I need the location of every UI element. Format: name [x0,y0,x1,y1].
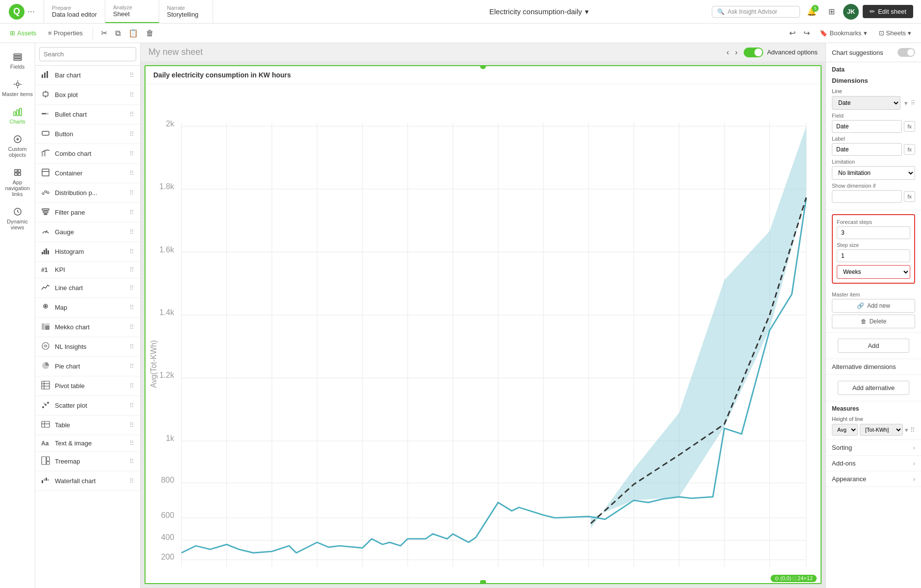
canvas-area: My new sheet ‹ › Advanced options Daily … [141,43,825,588]
advanced-options-toggle[interactable]: Advanced options [744,48,818,57]
sidebar-item-charts[interactable]: Charts [0,102,35,129]
label-fx-button[interactable]: fx [904,144,915,155]
edit-icon: ✏ [870,8,875,15]
chart-item-map[interactable]: Map ⠿ [35,298,140,318]
delete-button[interactable]: 🗑 [144,27,156,40]
chart-item-pie[interactable]: Pie chart ⠿ [35,357,140,376]
chart-item-distribution[interactable]: Distribution p... ⠿ [35,183,140,203]
add-button[interactable]: Add [838,339,909,353]
sidebar-item-appnav[interactable]: App navigation links [0,163,35,202]
show-dim-fx-button[interactable]: fx [904,191,915,202]
chart-suggestions-toggle[interactable] [897,48,915,57]
histogram-icon [41,246,50,257]
chart-item-text[interactable]: Aa Text & image ⠿ [35,435,140,452]
chart-item-box[interactable]: Box plot ⠿ [35,85,140,105]
scatter-plot-drag: ⠿ [129,402,134,409]
field-fx-button[interactable]: fx [904,121,915,132]
dimension-select[interactable]: Date [832,96,900,110]
copy-button[interactable]: ⧉ [113,27,122,40]
chart-item-container[interactable]: Container ⠿ [35,164,140,183]
container-label: Container [55,170,124,177]
appnav-icon [13,168,23,177]
mekko-drag: ⠿ [129,323,134,331]
app-title-center[interactable]: Electricity consumption-daily ▾ [374,7,704,16]
forecast-steps-input[interactable] [837,226,910,239]
sidebar-item-fields[interactable]: Fields [0,47,35,74]
gauge-drag: ⠿ [129,228,134,236]
assets-button[interactable]: ⊞ Assets [6,27,40,39]
advanced-toggle-switch[interactable] [744,48,763,57]
nav-prepare[interactable]: Prepare Data load editor [44,0,105,23]
charts-label: Charts [9,119,25,124]
show-dim-label: Show dimension if [832,183,915,189]
cut-button[interactable]: ✂ [99,26,109,40]
edit-sheet-button[interactable]: ✏ Edit sheet [863,5,913,18]
svg-text:1.6k: 1.6k [159,245,174,254]
svg-rect-27 [44,214,47,215]
notifications-icon[interactable]: 🔔 5 [804,4,820,20]
chart-item-filter[interactable]: Filter pane ⠿ [35,203,140,222]
prev-sheet-button[interactable]: ‹ [727,48,729,57]
chart-item-treemap[interactable]: Treemap ⠿ [35,452,140,471]
svg-rect-54 [44,479,45,481]
chart-item-kpi[interactable]: #1 KPI ⠿ [35,262,140,278]
step-unit-select[interactable]: Weeks Days Months [837,265,910,279]
chart-item-combo[interactable]: Combo chart ⠿ [35,144,140,164]
delete-icon: 🗑 [861,318,867,325]
properties-button[interactable]: ≡ Properties [44,27,87,39]
search-icon: 🔍 [717,8,725,15]
avg-select[interactable]: Avg [832,424,858,436]
nav-analyze[interactable]: Analyze Sheet [105,0,159,23]
grid-icon[interactable]: ⊞ [824,4,839,20]
svg-text:1k: 1k [166,434,174,442]
chart-item-nl[interactable]: NL Insights ⠿ [35,337,140,357]
add-new-button[interactable]: 🔗 Add new [832,299,915,313]
sorting-row[interactable]: Sorting › [826,440,921,456]
dimension-drag-handle: ⠿ [911,99,915,106]
addons-row[interactable]: Add-ons › [826,456,921,471]
chart-item-table[interactable]: Table ⠿ [35,416,140,435]
chart-item-mekko[interactable]: Mekko chart ⠿ [35,318,140,337]
redo-button[interactable]: ↪ [801,26,812,40]
field-input[interactable] [832,120,902,133]
show-dim-input[interactable] [832,190,902,203]
text-image-icon: Aa [41,440,50,447]
sidebar-item-custom[interactable]: Custom objects [0,129,35,163]
add-alternative-button[interactable]: Add alternative [838,381,909,395]
chart-item-line[interactable]: Line chart ⠿ [35,278,140,298]
addons-label: Add-ons [832,460,855,467]
svg-rect-36 [45,325,49,330]
sidebar-item-dynamic[interactable]: Dynamic views [0,202,35,235]
box-plot-icon [41,90,50,100]
chart-item-histogram[interactable]: Histogram ⠿ [35,242,140,262]
chart-item-button[interactable]: Button ⠿ [35,124,140,144]
svg-point-45 [47,402,49,404]
chart-item-waterfall[interactable]: Waterfall chart ⠿ [35,471,140,491]
sheets-button[interactable]: ⊡ Sheets ▾ [875,27,915,39]
chart-item-scatter[interactable]: Scatter plot ⠿ [35,396,140,416]
measure-select[interactable]: [Tot-KWh] [860,424,903,436]
chart-item-bar[interactable]: Bar chart ⠿ [35,66,140,85]
sidebar-item-master[interactable]: Master items [0,74,35,102]
logo-area[interactable]: Q ··· [0,0,44,23]
chart-item-bullet[interactable]: Bullet chart ⠿ [35,105,140,124]
appearance-row[interactable]: Appearance › [826,471,921,487]
next-sheet-button[interactable]: › [735,48,737,57]
limitation-select[interactable]: No limitation [832,166,915,180]
chart-item-gauge[interactable]: Gauge ⠿ [35,222,140,242]
undo-button[interactable]: ↩ [787,26,798,40]
chart-item-pivot[interactable]: Pivot table ⠿ [35,376,140,396]
paste-button[interactable]: 📋 [126,26,140,40]
label-input[interactable] [832,143,902,156]
alternative-dimensions-row[interactable]: Alternative dimensions [826,359,921,375]
ask-insight-box[interactable]: 🔍 Ask Insight Advisor [712,6,800,18]
svg-rect-31 [46,248,47,254]
step-size-input[interactable] [837,249,910,262]
user-avatar[interactable]: JK [843,4,859,20]
link-icon: 🔗 [857,302,864,309]
bookmarks-button[interactable]: 🔖 Bookmarks ▾ [816,27,871,39]
delete-dim-button[interactable]: 🗑 Delete [832,315,915,328]
search-input[interactable] [39,47,136,61]
more-menu-icon[interactable]: ··· [27,6,35,17]
nav-narrate[interactable]: Narrate Storytelling [159,0,213,23]
